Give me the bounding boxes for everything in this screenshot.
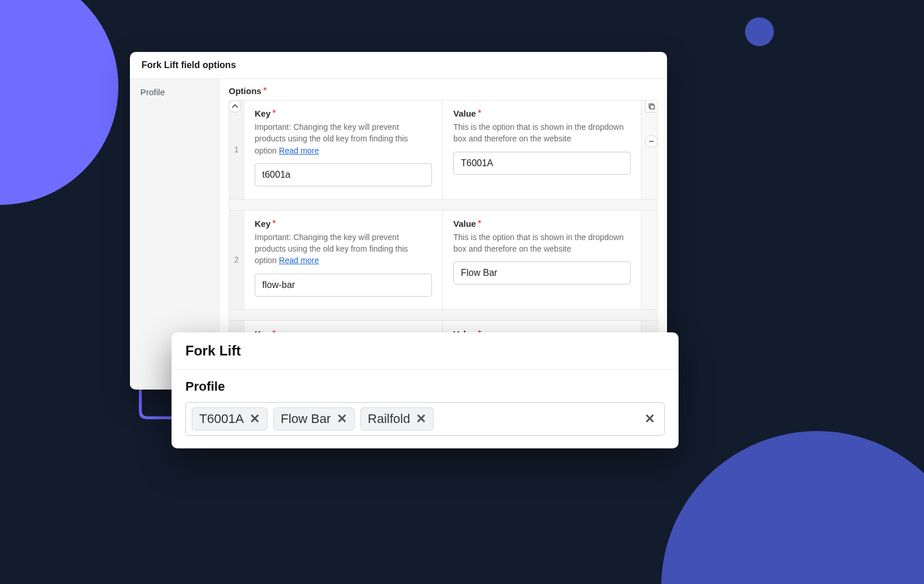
value-label: Value* [453, 108, 631, 119]
remove-row-button[interactable] [645, 135, 658, 148]
options-section-label: Options* [229, 86, 658, 96]
value-help-text: This is the option that is shown in the … [453, 231, 631, 255]
required-asterisk: * [263, 86, 267, 96]
minus-icon [648, 138, 655, 145]
duplicate-button[interactable] [645, 100, 658, 113]
chevron-up-icon [232, 103, 239, 110]
profile-multiselect[interactable]: T6001A ✕ Flow Bar ✕ Railfold ✕ ✕ [185, 402, 665, 436]
read-more-link[interactable]: Read more [279, 256, 319, 265]
row-controls-col [641, 100, 657, 199]
key-help-text: Important: Changing the key will prevent… [255, 231, 432, 267]
key-label: Key* [255, 108, 432, 119]
tag-label: Flow Bar [281, 411, 331, 426]
value-input[interactable] [453, 152, 631, 175]
value-help-text: This is the option that is shown in the … [453, 121, 631, 145]
remove-tag-icon[interactable]: ✕ [416, 411, 426, 426]
key-input[interactable] [255, 163, 432, 186]
tag-label: Railfold [368, 411, 410, 426]
popup-section-label: Profile [185, 379, 665, 394]
row-index[interactable]: 2 [229, 211, 244, 309]
panel-title: Fork Lift field options [130, 52, 667, 79]
clear-all-icon[interactable]: ✕ [644, 411, 658, 426]
row-index[interactable]: 1 [229, 100, 244, 199]
popup-title: Fork Lift [172, 332, 679, 370]
collapse-toggle-button[interactable] [229, 100, 241, 113]
row-gap [229, 310, 657, 320]
key-label: Key* [255, 219, 432, 229]
tag-chip[interactable]: Flow Bar ✕ [273, 407, 355, 430]
profile-popup-panel: Fork Lift Profile T6001A ✕ Flow Bar ✕ Ra… [172, 332, 679, 448]
key-help-text: Important: Changing the key will prevent… [255, 121, 432, 156]
key-input[interactable] [255, 274, 432, 297]
tag-chip[interactable]: T6001A ✕ [192, 407, 267, 430]
svg-rect-1 [650, 105, 654, 109]
bg-circle-bottom-right [661, 431, 924, 584]
tag-label: T6001A [199, 411, 244, 426]
option-row: 2 Key* Important: Changing the key will … [229, 210, 657, 310]
remove-tag-icon[interactable]: ✕ [249, 411, 260, 426]
tag-chip[interactable]: Railfold ✕ [360, 407, 434, 430]
stack-icon [648, 103, 655, 110]
bg-circle-top-left [0, 0, 118, 205]
bg-circle-top-right [745, 17, 774, 46]
option-row: 1 Key* Important: Changing the key will … [229, 100, 657, 200]
row-gap [229, 200, 657, 210]
remove-tag-icon[interactable]: ✕ [337, 411, 347, 426]
row-controls-col [641, 211, 657, 309]
value-input[interactable] [453, 261, 631, 284]
value-label: Value* [453, 219, 631, 229]
read-more-link[interactable]: Read more [279, 146, 319, 155]
